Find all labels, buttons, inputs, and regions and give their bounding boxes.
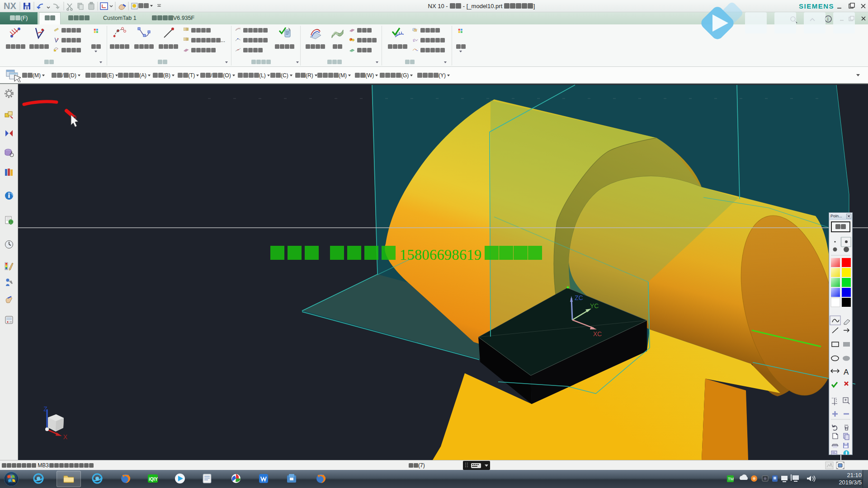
svg-text:A: A bbox=[844, 368, 849, 376]
svg-text:TM: TM bbox=[728, 477, 734, 481]
svg-text:NX: NX bbox=[4, 1, 16, 11]
svg-text:ZC: ZC bbox=[575, 294, 583, 301]
svg-text:Z: Z bbox=[43, 405, 47, 413]
svg-text:X: X bbox=[63, 433, 68, 441]
svg-text:15806698619: 15806698619 bbox=[400, 247, 482, 263]
svg-text:iQIY: iQIY bbox=[149, 477, 158, 482]
svg-text:YC: YC bbox=[590, 302, 599, 310]
svg-text:XC: XC bbox=[593, 330, 602, 338]
